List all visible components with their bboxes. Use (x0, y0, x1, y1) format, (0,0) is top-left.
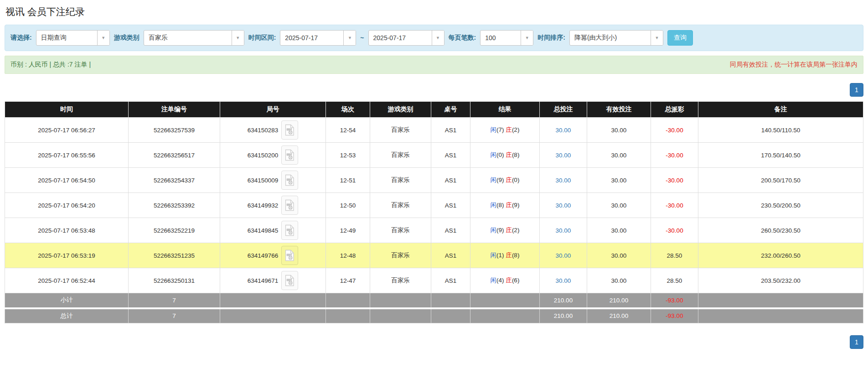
banker-result-score: (9) (512, 202, 520, 208)
grand-total-payout: -93.00 (651, 308, 698, 323)
chevron-down-icon[interactable]: ▼ (232, 31, 244, 45)
col-header-round: 局号 (220, 102, 326, 118)
date-from-select[interactable]: 2025-07-17 ▼ (280, 30, 356, 46)
table-row[interactable]: 2025-07-17 06:54:50 522663254337 6341500… (5, 168, 863, 193)
chevron-down-icon[interactable]: ▼ (432, 31, 444, 45)
subtotal-valid-bet: 210.00 (587, 293, 651, 308)
cell-game: 百家乐 (370, 193, 431, 218)
player-result-score: (1) (496, 252, 504, 259)
cell-total-bet: 30.00 (540, 168, 587, 193)
total-bet-link[interactable]: 30.00 (556, 152, 571, 159)
cell-game: 百家乐 (370, 143, 431, 168)
banker-result-label: 庄 (506, 277, 512, 284)
video-file-icon (285, 149, 294, 161)
cell-total-bet: 30.00 (540, 218, 587, 243)
cell-round: 634150009 (220, 168, 326, 193)
cell-bet-id: 522663257539 (129, 118, 220, 143)
date-range-tilde: ~ (360, 34, 364, 42)
cell-payout: -30.00 (651, 218, 698, 243)
round-number: 634149845 (248, 227, 279, 234)
cell-valid-bet: 30.00 (587, 168, 651, 193)
total-bet-link[interactable]: 30.00 (556, 177, 571, 184)
total-bet-link[interactable]: 30.00 (556, 227, 571, 234)
video-replay-button[interactable] (281, 171, 298, 190)
cell-total-bet: 30.00 (540, 243, 587, 268)
game-category-select[interactable]: 百家乐 ▼ (144, 30, 244, 46)
page-1-button[interactable]: 1 (850, 335, 863, 349)
col-header-bet-id: 注单编号 (129, 102, 220, 118)
video-replay-button[interactable] (281, 196, 298, 215)
cell-note: 140.50/110.50 (698, 118, 863, 143)
total-bet-link[interactable]: 30.00 (556, 127, 571, 134)
banker-result-label: 庄 (506, 126, 512, 133)
cell-bet-id: 522663252219 (129, 218, 220, 243)
cell-result: 闲(0) 庄(8) (470, 143, 540, 168)
cell-bet-id: 522663256517 (129, 143, 220, 168)
video-replay-button[interactable] (281, 271, 298, 290)
col-header-result: 结果 (470, 102, 540, 118)
cell-game: 百家乐 (370, 243, 431, 268)
table-row[interactable]: 2025-07-17 06:53:48 522663252219 6341498… (5, 218, 863, 243)
game-category-value: 百家乐 (144, 31, 232, 45)
currency-summary-bar: 币别 : 人民币 | 总共 :7 注单 | 同局有效投注，统一计算在该局第一张注… (5, 56, 863, 74)
cell-result: 闲(7) 庄(2) (470, 118, 540, 143)
video-replay-button[interactable] (281, 145, 298, 165)
video-replay-button[interactable] (281, 246, 298, 265)
player-result-label: 闲 (491, 126, 497, 133)
banker-result-label: 庄 (506, 227, 512, 234)
cell-session: 12-47 (326, 268, 370, 293)
cell-result: 闲(8) 庄(9) (470, 193, 540, 218)
pagination-top: 1 (5, 83, 863, 97)
total-bet-link[interactable]: 30.00 (556, 277, 571, 284)
page-1-button[interactable]: 1 (850, 83, 863, 97)
video-replay-button[interactable] (281, 120, 298, 140)
cell-note: 203.50/232.00 (698, 268, 863, 293)
table-row[interactable]: 2025-07-17 06:54:20 522663253392 6341499… (5, 193, 863, 218)
cell-round: 634149671 (220, 268, 326, 293)
cell-game: 百家乐 (370, 168, 431, 193)
player-result-label: 闲 (491, 177, 497, 183)
date-to-value: 2025-07-17 (369, 31, 432, 45)
cell-round: 634149845 (220, 218, 326, 243)
video-file-icon (285, 249, 294, 261)
table-row[interactable]: 2025-07-17 06:52:44 522663250131 6341496… (5, 268, 863, 293)
page-size-label: 每页笔数: (449, 34, 476, 42)
player-result-score: (7) (496, 126, 504, 133)
cell-note: 200.50/170.50 (698, 168, 863, 193)
cell-session: 12-50 (326, 193, 370, 218)
col-header-valid-bet: 有效投注 (587, 102, 651, 118)
col-header-payout: 总派彩 (651, 102, 698, 118)
same-round-notice: 同局有效投注，统一计算在该局第一张注单内 (730, 61, 858, 69)
grand-total-count: 7 (129, 308, 220, 323)
chevron-down-icon[interactable]: ▼ (521, 31, 533, 45)
page-size-select[interactable]: 100 ▼ (480, 30, 533, 46)
date-range-label: 时间区间: (248, 34, 276, 42)
video-replay-button[interactable] (281, 221, 298, 240)
sort-order-select[interactable]: 降冪(由大到小) ▼ (569, 30, 663, 46)
cell-valid-bet: 30.00 (587, 243, 651, 268)
video-file-icon (285, 224, 294, 236)
cell-result: 闲(9) 庄(0) (470, 168, 540, 193)
query-type-select[interactable]: 日期查询 ▼ (36, 30, 110, 46)
cell-payout: -30.00 (651, 143, 698, 168)
total-bet-link[interactable]: 30.00 (556, 252, 571, 259)
table-row[interactable]: 2025-07-17 06:53:19 522663251235 6341497… (5, 243, 863, 268)
table-row[interactable]: 2025-07-17 06:55:56 522663256517 6341502… (5, 143, 863, 168)
banker-result-score: (2) (512, 227, 520, 234)
chevron-down-icon[interactable]: ▼ (97, 31, 109, 45)
player-result-score: (9) (496, 227, 504, 234)
round-number: 634149671 (248, 277, 279, 284)
chevron-down-icon[interactable]: ▼ (651, 31, 663, 45)
chevron-down-icon[interactable]: ▼ (343, 31, 356, 45)
date-to-select[interactable]: 2025-07-17 ▼ (368, 30, 444, 46)
search-button[interactable]: 查询 (667, 30, 693, 46)
subtotal-label: 小计 (5, 293, 129, 308)
player-result-label: 闲 (491, 277, 497, 284)
total-bet-link[interactable]: 30.00 (556, 202, 571, 209)
table-row[interactable]: 2025-07-17 06:56:27 522663257539 6341502… (5, 118, 863, 143)
cell-time: 2025-07-17 06:53:19 (5, 243, 129, 268)
round-number: 634150009 (248, 177, 279, 184)
cell-payout: -30.00 (651, 168, 698, 193)
cell-result: 闲(1) 庄(8) (470, 243, 540, 268)
banker-result-score: (0) (512, 177, 520, 183)
